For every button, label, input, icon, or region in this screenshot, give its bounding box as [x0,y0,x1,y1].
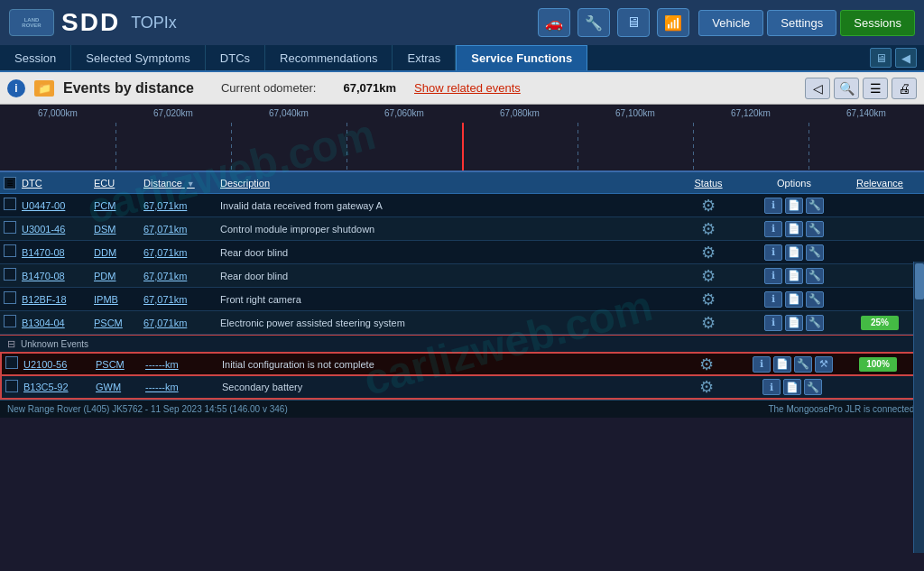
events-search-btn[interactable]: 🔍 [834,78,859,99]
tool-btn-1[interactable]: 🔧 [806,198,824,214]
tool-btn-5[interactable]: 🔧 [806,291,824,308]
vehicle-icon-btn[interactable]: 🚗 [538,8,570,37]
unknown-table-row-1: U2100-56 PSCM ------km Initial configura… [0,353,924,376]
tab-recommendations[interactable]: Recommendations [265,45,393,70]
status-cell-2: ⚙ [668,219,749,239]
distance-cell-6[interactable]: 67,071km [143,318,220,328]
table-scrollbar[interactable] [913,262,924,553]
unknown-table-row-2: B13C5-92 GWM ------km Secondary battery … [0,376,924,400]
ecu-cell-u2[interactable]: GWM [96,382,145,392]
col-header-distance[interactable]: Distance ▼ [143,178,220,189]
distance-cell-1[interactable]: 67,071km [143,200,220,211]
col-header-ecu[interactable]: ECU [94,178,143,189]
info-btn-u2[interactable]: ℹ [762,379,781,395]
tab-dtcs[interactable]: DTCs [206,45,265,70]
col-header-dtc[interactable]: DTC [22,178,94,189]
info-btn-2[interactable]: ℹ [764,221,782,237]
file-btn-6[interactable]: 📄 [785,315,803,331]
row-checkbox-u1[interactable] [5,356,18,369]
select-all-checkbox[interactable]: ≡ [4,177,16,189]
distance-cell-4[interactable]: 67,071km [143,271,220,281]
show-related-link[interactable]: Show related events [414,81,521,95]
dtc-cell-1[interactable]: U0447-00 [22,200,94,211]
tools-icon-btn[interactable]: 🔧 [578,8,610,37]
row-checkbox-3[interactable] [4,244,16,257]
ecu-cell-6[interactable]: PSCM [94,318,143,328]
ecu-cell-4[interactable]: PDM [94,271,143,281]
status-cell-4: ⚙ [668,266,749,286]
tool-btn-u2[interactable]: 🔧 [804,379,822,395]
file-btn-3[interactable]: 📄 [785,244,803,261]
dtc-cell-6[interactable]: B1304-04 [22,318,94,328]
tab-icon-monitor[interactable]: 🖥 [870,48,892,68]
distance-cell-u2[interactable]: ------km [145,382,222,392]
ecu-cell-5[interactable]: IPMB [94,294,143,305]
row-checkbox-6[interactable] [4,315,16,327]
wrench-btn-u1[interactable]: ⚒ [815,356,833,373]
monitor-icon-btn[interactable]: 🖥 [617,8,650,37]
wifi-icon-btn[interactable]: 📶 [657,8,689,37]
file-btn-5[interactable]: 📄 [785,291,803,308]
file-btn-1[interactable]: 📄 [785,198,803,214]
dtc-cell-3[interactable]: B1470-08 [22,247,94,258]
distance-cell-2[interactable]: 67,071km [143,224,220,235]
row-checkbox-2[interactable] [4,221,16,234]
ecu-cell-3[interactable]: DDM [94,247,143,258]
info-btn-5[interactable]: ℹ [764,291,782,308]
tab-service-functions[interactable]: Service Functions [456,45,587,70]
sessions-nav-button[interactable]: Sessions [840,10,915,36]
folder-icon[interactable]: 📁 [34,80,54,97]
tool-btn-u1[interactable]: 🔧 [794,356,812,373]
dtc-cell-u2[interactable]: B13C5-92 [23,382,96,392]
ecu-cell-1[interactable]: PCM [94,200,143,211]
distance-cell-5[interactable]: 67,071km [143,294,220,305]
tab-session[interactable]: Session [0,45,71,70]
file-btn-4[interactable]: 📄 [785,268,803,284]
options-cell-3: ℹ 📄 🔧 [749,244,839,261]
relevance-bar-6: 25% [861,316,899,330]
ecu-cell-2[interactable]: DSM [94,224,143,235]
tab-icon-back[interactable]: ◀ [895,48,917,68]
row-checkbox-u2[interactable] [5,380,18,392]
odometer-value: 67,071km [343,81,396,95]
dtc-cell-2[interactable]: U3001-46 [22,224,94,235]
row-checkbox-4[interactable] [4,268,16,281]
info-btn-u1[interactable]: ℹ [753,356,771,373]
file-btn-u1[interactable]: 📄 [773,356,791,373]
tool-btn-3[interactable]: 🔧 [806,244,824,261]
odometer-label: Current odometer: [221,81,317,95]
info-btn-6[interactable]: ℹ [764,315,782,331]
vehicle-nav-button[interactable]: Vehicle [698,10,763,36]
tool-btn-2[interactable]: 🔧 [806,221,824,237]
tool-btn-4[interactable]: 🔧 [806,268,824,284]
dtc-cell-u1[interactable]: U2100-56 [23,359,96,370]
scrollbar-thumb[interactable] [915,263,924,299]
desc-cell-4: Rear door blind [220,271,668,281]
file-btn-u2[interactable]: 📄 [783,379,801,395]
events-prev-btn[interactable]: ◁ [805,78,830,99]
events-print-btn[interactable]: 🖨 [892,78,917,99]
info-icon[interactable]: i [7,79,25,97]
file-btn-2[interactable]: 📄 [785,221,803,237]
info-btn-1[interactable]: ℹ [764,198,782,214]
distance-cell-u1[interactable]: ------km [145,359,222,370]
ecu-cell-u1[interactable]: PSCM [96,359,145,370]
timeline-label-0: 67,000km [0,108,116,118]
info-btn-3[interactable]: ℹ [764,244,782,261]
row-checkbox-1[interactable] [4,198,16,210]
dtc-cell-5[interactable]: B12BF-18 [22,294,94,305]
tab-selected-symptoms[interactable]: Selected Symptoms [71,45,206,70]
events-list-btn[interactable]: ☰ [863,78,888,99]
table-row: B1304-04 PSCM 67,071km Electronic power … [0,311,924,335]
info-btn-4[interactable]: ℹ [764,268,782,284]
col-header-relevance[interactable]: Relevance [839,178,920,189]
dtc-cell-4[interactable]: B1470-08 [22,271,94,281]
col-header-status[interactable]: Status [668,178,749,189]
tool-btn-6[interactable]: 🔧 [806,315,824,331]
tab-extras[interactable]: Extras [393,45,456,70]
settings-nav-button[interactable]: Settings [767,10,836,36]
col-header-description[interactable]: Description [220,178,668,189]
table-row: B1470-08 PDM 67,071km Rear door blind ⚙ … [0,264,924,288]
distance-cell-3[interactable]: 67,071km [143,247,220,258]
row-checkbox-5[interactable] [4,291,16,304]
